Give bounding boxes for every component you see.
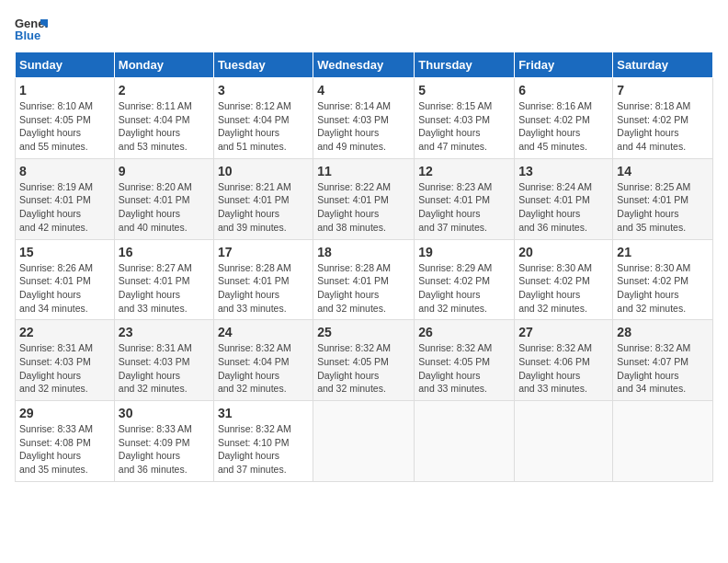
- calendar-cell: 4Sunrise: 8:14 AMSunset: 4:03 PMDaylight…: [313, 78, 415, 159]
- day-info: Sunrise: 8:15 AMSunset: 4:03 PMDaylight …: [418, 99, 510, 154]
- day-info: Sunrise: 8:20 AMSunset: 4:01 PMDaylight …: [119, 180, 210, 235]
- calendar-cell: 14Sunrise: 8:25 AMSunset: 4:01 PMDayligh…: [613, 158, 713, 239]
- day-number: 30: [119, 406, 210, 420]
- day-info: Sunrise: 8:33 AMSunset: 4:08 PMDaylight …: [19, 422, 110, 477]
- week-row-2: 8Sunrise: 8:19 AMSunset: 4:01 PMDaylight…: [16, 158, 713, 239]
- day-info: Sunrise: 8:10 AMSunset: 4:05 PMDaylight …: [19, 99, 110, 154]
- day-info: Sunrise: 8:31 AMSunset: 4:03 PMDaylight …: [119, 341, 210, 396]
- day-number: 22: [19, 325, 110, 339]
- day-info: Sunrise: 8:32 AMSunset: 4:05 PMDaylight …: [418, 341, 510, 396]
- day-number: 2: [119, 83, 210, 98]
- calendar-cell: [415, 401, 515, 482]
- day-info: Sunrise: 8:24 AMSunset: 4:01 PMDaylight …: [518, 180, 609, 235]
- week-row-4: 22Sunrise: 8:31 AMSunset: 4:03 PMDayligh…: [16, 320, 713, 401]
- day-info: Sunrise: 8:28 AMSunset: 4:01 PMDaylight …: [218, 261, 309, 316]
- calendar-cell: 21Sunrise: 8:30 AMSunset: 4:02 PMDayligh…: [613, 239, 713, 320]
- day-info: Sunrise: 8:25 AMSunset: 4:01 PMDaylight …: [617, 180, 709, 235]
- calendar-cell: 20Sunrise: 8:30 AMSunset: 4:02 PMDayligh…: [515, 239, 613, 320]
- day-info: Sunrise: 8:11 AMSunset: 4:04 PMDaylight …: [119, 99, 210, 154]
- day-info: Sunrise: 8:32 AMSunset: 4:10 PMDaylight …: [218, 422, 309, 477]
- page-header: General Blue: [15, 15, 713, 42]
- calendar-cell: [613, 401, 713, 482]
- day-number: 21: [617, 245, 709, 259]
- day-number: 16: [119, 245, 210, 259]
- weekday-header-friday: Friday: [515, 52, 613, 78]
- calendar-cell: 10Sunrise: 8:21 AMSunset: 4:01 PMDayligh…: [213, 158, 313, 239]
- weekday-header-monday: Monday: [114, 52, 213, 78]
- calendar-table: SundayMondayTuesdayWednesdayThursdayFrid…: [15, 52, 713, 482]
- day-number: 3: [218, 83, 309, 98]
- day-info: Sunrise: 8:31 AMSunset: 4:03 PMDaylight …: [19, 341, 110, 396]
- calendar-cell: 27Sunrise: 8:32 AMSunset: 4:06 PMDayligh…: [515, 320, 613, 401]
- day-number: 8: [19, 164, 110, 178]
- day-number: 11: [317, 164, 410, 178]
- day-info: Sunrise: 8:26 AMSunset: 4:01 PMDaylight …: [19, 261, 110, 316]
- day-info: Sunrise: 8:14 AMSunset: 4:03 PMDaylight …: [317, 99, 410, 154]
- calendar-cell: 7Sunrise: 8:18 AMSunset: 4:02 PMDaylight…: [613, 78, 713, 159]
- calendar-cell: 12Sunrise: 8:23 AMSunset: 4:01 PMDayligh…: [415, 158, 515, 239]
- calendar-cell: 22Sunrise: 8:31 AMSunset: 4:03 PMDayligh…: [16, 320, 115, 401]
- day-number: 7: [617, 83, 709, 98]
- weekday-header-thursday: Thursday: [415, 52, 515, 78]
- day-info: Sunrise: 8:32 AMSunset: 4:04 PMDaylight …: [218, 341, 309, 396]
- day-number: 5: [418, 83, 510, 98]
- calendar-cell: 13Sunrise: 8:24 AMSunset: 4:01 PMDayligh…: [515, 158, 613, 239]
- day-info: Sunrise: 8:28 AMSunset: 4:01 PMDaylight …: [317, 261, 410, 316]
- day-number: 18: [317, 245, 410, 259]
- day-number: 9: [119, 164, 210, 178]
- day-info: Sunrise: 8:22 AMSunset: 4:01 PMDaylight …: [317, 180, 410, 235]
- day-info: Sunrise: 8:16 AMSunset: 4:02 PMDaylight …: [518, 99, 609, 154]
- weekday-header-saturday: Saturday: [613, 52, 713, 78]
- day-number: 6: [518, 83, 609, 98]
- calendar-cell: 6Sunrise: 8:16 AMSunset: 4:02 PMDaylight…: [515, 78, 613, 159]
- calendar-cell: 26Sunrise: 8:32 AMSunset: 4:05 PMDayligh…: [415, 320, 515, 401]
- day-info: Sunrise: 8:18 AMSunset: 4:02 PMDaylight …: [617, 99, 709, 154]
- day-info: Sunrise: 8:32 AMSunset: 4:05 PMDaylight …: [317, 341, 410, 396]
- logo: General Blue: [15, 15, 51, 42]
- logo-icon: General Blue: [15, 15, 48, 42]
- calendar-cell: 29Sunrise: 8:33 AMSunset: 4:08 PMDayligh…: [16, 401, 115, 482]
- weekday-header-wednesday: Wednesday: [313, 52, 415, 78]
- day-number: 24: [218, 325, 309, 339]
- day-number: 13: [518, 164, 609, 178]
- calendar-cell: [515, 401, 613, 482]
- day-number: 4: [317, 83, 410, 98]
- day-number: 14: [617, 164, 709, 178]
- calendar-cell: 1Sunrise: 8:10 AMSunset: 4:05 PMDaylight…: [16, 78, 115, 159]
- calendar-cell: 5Sunrise: 8:15 AMSunset: 4:03 PMDaylight…: [415, 78, 515, 159]
- calendar-cell: 18Sunrise: 8:28 AMSunset: 4:01 PMDayligh…: [313, 239, 415, 320]
- day-number: 27: [518, 325, 609, 339]
- day-number: 20: [518, 245, 609, 259]
- day-number: 31: [218, 406, 309, 420]
- calendar-cell: 25Sunrise: 8:32 AMSunset: 4:05 PMDayligh…: [313, 320, 415, 401]
- day-info: Sunrise: 8:29 AMSunset: 4:02 PMDaylight …: [418, 261, 510, 316]
- day-info: Sunrise: 8:32 AMSunset: 4:07 PMDaylight …: [617, 341, 709, 396]
- calendar-cell: 31Sunrise: 8:32 AMSunset: 4:10 PMDayligh…: [213, 401, 313, 482]
- day-number: 15: [19, 245, 110, 259]
- calendar-cell: 16Sunrise: 8:27 AMSunset: 4:01 PMDayligh…: [114, 239, 213, 320]
- calendar-cell: 8Sunrise: 8:19 AMSunset: 4:01 PMDaylight…: [16, 158, 115, 239]
- calendar-cell: 19Sunrise: 8:29 AMSunset: 4:02 PMDayligh…: [415, 239, 515, 320]
- calendar-cell: [313, 401, 415, 482]
- day-number: 12: [418, 164, 510, 178]
- calendar-cell: 3Sunrise: 8:12 AMSunset: 4:04 PMDaylight…: [213, 78, 313, 159]
- day-number: 29: [19, 406, 110, 420]
- day-info: Sunrise: 8:27 AMSunset: 4:01 PMDaylight …: [119, 261, 210, 316]
- calendar-cell: 17Sunrise: 8:28 AMSunset: 4:01 PMDayligh…: [213, 239, 313, 320]
- day-number: 25: [317, 325, 410, 339]
- day-info: Sunrise: 8:12 AMSunset: 4:04 PMDaylight …: [218, 99, 309, 154]
- day-info: Sunrise: 8:21 AMSunset: 4:01 PMDaylight …: [218, 180, 309, 235]
- week-row-3: 15Sunrise: 8:26 AMSunset: 4:01 PMDayligh…: [16, 239, 713, 320]
- calendar-cell: 2Sunrise: 8:11 AMSunset: 4:04 PMDaylight…: [114, 78, 213, 159]
- svg-text:Blue: Blue: [15, 29, 40, 42]
- day-info: Sunrise: 8:30 AMSunset: 4:02 PMDaylight …: [518, 261, 609, 316]
- week-row-5: 29Sunrise: 8:33 AMSunset: 4:08 PMDayligh…: [16, 401, 713, 482]
- day-number: 17: [218, 245, 309, 259]
- day-info: Sunrise: 8:19 AMSunset: 4:01 PMDaylight …: [19, 180, 110, 235]
- day-info: Sunrise: 8:33 AMSunset: 4:09 PMDaylight …: [119, 422, 210, 477]
- calendar-cell: 24Sunrise: 8:32 AMSunset: 4:04 PMDayligh…: [213, 320, 313, 401]
- calendar-cell: 23Sunrise: 8:31 AMSunset: 4:03 PMDayligh…: [114, 320, 213, 401]
- weekday-header-row: SundayMondayTuesdayWednesdayThursdayFrid…: [16, 52, 713, 78]
- calendar-cell: 28Sunrise: 8:32 AMSunset: 4:07 PMDayligh…: [613, 320, 713, 401]
- calendar-cell: 11Sunrise: 8:22 AMSunset: 4:01 PMDayligh…: [313, 158, 415, 239]
